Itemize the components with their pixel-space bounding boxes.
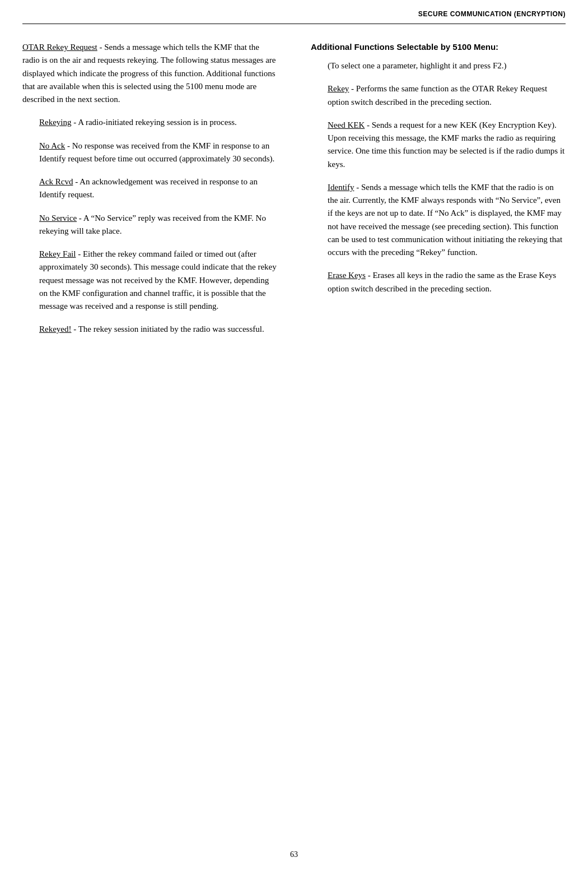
term-no-ack: No Ack - No response was received from t…: [39, 140, 277, 166]
right-column-title: Additional Functions Selectable by 5100 …: [311, 41, 566, 53]
page-footer: 63: [0, 850, 588, 859]
ack-rcvd-label: Ack Rcvd: [39, 177, 73, 186]
rekeyed-text: - The rekey session initiated by the rad…: [71, 325, 264, 333]
identify-label: Identify: [328, 183, 354, 192]
rekey-right-text: - Performs the same function as the OTAR…: [328, 84, 547, 106]
rekeying-text: - A radio-initiated rekeying session is …: [72, 118, 237, 127]
term-identify: Identify - Sends a message which tells t…: [328, 181, 566, 259]
rekeying-label: Rekeying: [39, 118, 72, 127]
term-need-kek: Need KEK - Sends a request for a new KEK…: [328, 119, 566, 171]
left-column: OTAR Rekey Request - Sends a message whi…: [22, 41, 283, 346]
term-rekeying: Rekeying - A radio-initiated rekeying se…: [39, 116, 277, 129]
no-ack-label: No Ack: [39, 141, 65, 150]
term-rekeyed: Rekeyed! - The rekey session initiated b…: [39, 323, 277, 336]
page-header: SECURE COMMUNICATION (ENCRYPTION): [0, 0, 588, 24]
rekeyed-label: Rekeyed!: [39, 325, 71, 333]
rekey-right-label: Rekey: [328, 84, 349, 93]
term-rekey-right: Rekey - Performs the same function as th…: [328, 82, 566, 109]
content-area: OTAR Rekey Request - Sends a message whi…: [0, 24, 588, 369]
term-ack-rcvd: Ack Rcvd - An acknowledgement was receiv…: [39, 175, 277, 202]
term-rekey-fail: Rekey Fail - Either the rekey command fa…: [39, 248, 277, 313]
otar-rekey-request-label: OTAR Rekey Request: [22, 43, 97, 52]
otar-rekey-request-text: - Sends a message which tells the KMF th…: [22, 43, 276, 104]
term-no-service: No Service - A “No Service” reply was re…: [39, 212, 277, 238]
page-number: 63: [290, 850, 298, 859]
identify-text: - Sends a message which tells the KMF th…: [328, 183, 562, 257]
no-service-label: No Service: [39, 214, 77, 223]
right-column: Additional Functions Selectable by 5100 …: [305, 41, 566, 346]
header-title: SECURE COMMUNICATION (ENCRYPTION): [418, 10, 566, 18]
right-intro-text: (To select one a parameter, highlight it…: [328, 61, 507, 70]
rekey-fail-text: - Either the rekey command failed or tim…: [39, 249, 277, 310]
term-erase-keys: Erase Keys - Erases all keys in the radi…: [328, 269, 566, 295]
rekey-fail-label: Rekey Fail: [39, 249, 76, 258]
need-kek-label: Need KEK: [328, 120, 365, 129]
left-intro-paragraph: OTAR Rekey Request - Sends a message whi…: [22, 41, 277, 106]
no-ack-text: - No response was received from the KMF …: [39, 141, 274, 163]
right-intro: (To select one a parameter, highlight it…: [328, 59, 566, 72]
erase-keys-label: Erase Keys: [328, 271, 366, 280]
